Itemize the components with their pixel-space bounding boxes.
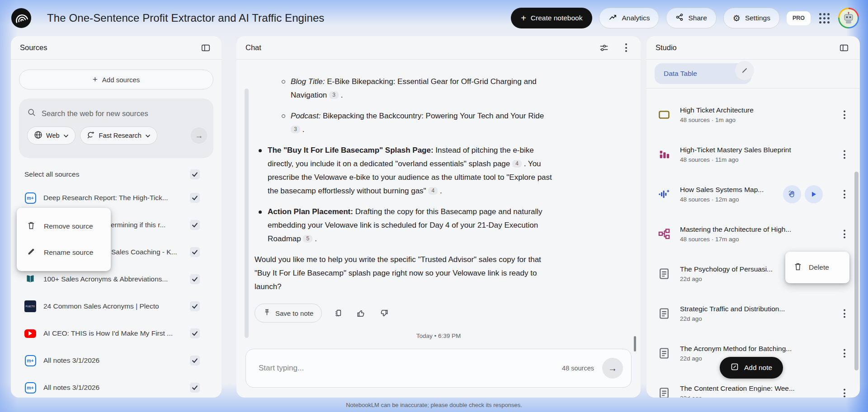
add-note-button[interactable]: Add note [720, 357, 783, 379]
remove-source-menu-item[interactable]: Remove source [17, 213, 111, 239]
account-avatar[interactable] [838, 8, 859, 28]
add-sources-button[interactable]: + Add sources [19, 70, 213, 89]
notebook-title: The One-Sentence Profit Extractor and AI… [47, 12, 324, 24]
save-to-note-button[interactable]: Save to note [255, 304, 322, 323]
report-icon [656, 385, 672, 398]
sources-panel-header: Sources [11, 36, 222, 60]
message-actions: Save to note [255, 304, 553, 323]
chat-text: Would you like me to help you write the … [255, 253, 553, 294]
source-title: All notes 3/1/2026 [43, 356, 183, 365]
thumbs-down-icon[interactable] [377, 307, 391, 320]
note-pencil-icon [731, 363, 739, 373]
chat-panel: Chat Blog Title: E-Bike Bikepacking: Ess… [236, 36, 641, 398]
notebooklm-logo[interactable] [11, 8, 32, 28]
chat-text: Action Plan Placement: Drafting the copy… [255, 205, 553, 246]
source-search-input[interactable] [42, 109, 207, 118]
chat-scrollbar[interactable] [245, 89, 249, 338]
source-checkbox[interactable] [190, 301, 200, 311]
share-button[interactable]: Share [666, 8, 716, 28]
source-checkbox[interactable] [190, 247, 200, 257]
google-apps-grid-icon[interactable] [817, 11, 831, 25]
create-notebook-button[interactable]: + Create notebook [511, 8, 592, 28]
date-divider: Today • 6:39 PM [236, 332, 641, 339]
source-row[interactable]: m+Deep Research Report: The High-Tick... [11, 184, 222, 211]
chat-input-bar: 48 sources → [245, 349, 632, 388]
source-checkbox[interactable] [190, 220, 200, 230]
book-icon [24, 273, 36, 285]
edit-chip-button[interactable] [735, 61, 754, 80]
sources-panel: Sources + Add sources Web Fast Rese [11, 36, 222, 398]
citation-chip[interactable]: 3 [329, 91, 339, 99]
bullet-marker [282, 114, 285, 118]
more-options-button[interactable] [841, 346, 848, 360]
studio-item-title: The Psychology of Persuasi... [680, 265, 773, 273]
thumbs-up-icon[interactable] [354, 307, 368, 320]
delete-context-menu[interactable]: Delete [785, 252, 849, 283]
studio-item-meta: 48 sources · 12m ago [680, 196, 764, 203]
rename-source-menu-item[interactable]: Rename source [17, 239, 111, 266]
more-options-button[interactable] [841, 108, 848, 122]
studio-item[interactable]: High Ticket Architecture48 sources · 1m … [646, 95, 860, 135]
source-row[interactable]: m+All notes 3/1/2026 [11, 374, 222, 398]
more-options-button[interactable] [841, 148, 848, 162]
citation-chip[interactable]: 4 [428, 187, 438, 195]
note-icon: m+ [24, 382, 36, 393]
notebooklm-app: The One-Sentence Profit Extractor and AI… [0, 0, 868, 412]
chat-more-options-icon[interactable] [621, 39, 632, 56]
chat-scroll-thumb[interactable] [634, 336, 636, 351]
source-row[interactable]: m+All notes 3/1/2026 [11, 347, 222, 374]
analytics-button[interactable]: Analytics [599, 8, 659, 28]
chat-input[interactable] [259, 364, 562, 373]
collapse-sources-panel-icon[interactable] [199, 41, 212, 55]
source-context-menu: Remove source Rename source [17, 208, 111, 271]
more-options-button[interactable] [841, 187, 848, 201]
flowchart-icon [656, 226, 672, 242]
bullet-marker [282, 80, 285, 84]
plus-icon: + [93, 75, 98, 84]
interactive-mode-button[interactable] [783, 185, 801, 203]
bullet-marker [259, 211, 262, 214]
chat-text: Podcast: Bikepacking the Backcountry: Po… [255, 109, 553, 136]
select-all-checkbox[interactable] [190, 169, 200, 179]
more-options-button[interactable] [841, 307, 848, 321]
select-all-row: Select all sources [11, 164, 222, 184]
trash-icon [27, 221, 36, 232]
research-mode-dropdown[interactable]: Fast Research [80, 126, 157, 145]
studio-item[interactable]: Mastering the Architecture of High...48 … [646, 214, 860, 254]
report-icon [656, 266, 672, 281]
collapse-studio-panel-icon[interactable] [837, 41, 851, 55]
copy-icon[interactable] [332, 307, 344, 319]
pro-badge: PRO [787, 11, 811, 25]
citation-chip[interactable]: 5 [303, 235, 312, 243]
source-checkbox[interactable] [190, 193, 200, 203]
citation-chip[interactable]: 4 [512, 160, 522, 168]
send-message-button[interactable]: → [602, 358, 623, 379]
studio-item-title: The Content Creation Engine: Wee... [680, 384, 795, 393]
settings-button[interactable]: ⚙ Settings [723, 8, 780, 28]
source-checkbox[interactable] [190, 356, 200, 365]
source-title: Deep Research Report: The High-Tick... [43, 194, 183, 202]
play-audio-button[interactable] [805, 185, 823, 203]
studio-item-meta: 48 sources · 17m ago [680, 236, 791, 243]
studio-item[interactable]: High-Ticket Mastery Sales Blueprint48 so… [646, 135, 860, 174]
submit-search-button[interactable]: → [191, 127, 207, 144]
more-options-button[interactable] [841, 386, 848, 398]
studio-item[interactable]: How Sales Systems Map...48 sources · 12m… [646, 174, 860, 214]
studio-item[interactable]: Strategic Traffic and Distribution...22d… [646, 294, 860, 333]
studio-scrollbar[interactable] [854, 172, 859, 370]
source-checkbox[interactable] [190, 328, 200, 338]
studio-item-title: The Acronym Method for Batching... [680, 345, 792, 353]
web-filter-dropdown[interactable]: Web [27, 126, 75, 145]
youtube-icon [24, 328, 36, 339]
chat-settings-icon[interactable] [597, 41, 611, 55]
more-options-button[interactable] [841, 227, 848, 241]
studio-list: High Ticket Architecture48 sources · 1m … [646, 89, 860, 398]
source-checkbox[interactable] [190, 274, 200, 284]
source-row[interactable]: PLECTO24 Common Sales Acronyms | Plecto [11, 293, 222, 320]
share-icon [675, 13, 684, 23]
app-header: The One-Sentence Profit Extractor and AI… [0, 0, 868, 36]
bullet-marker [259, 149, 262, 152]
source-checkbox[interactable] [190, 383, 200, 393]
source-row[interactable]: AI CEO: THIS is How I'd Make My First ..… [11, 320, 222, 347]
citation-chip[interactable]: 3 [291, 126, 300, 133]
